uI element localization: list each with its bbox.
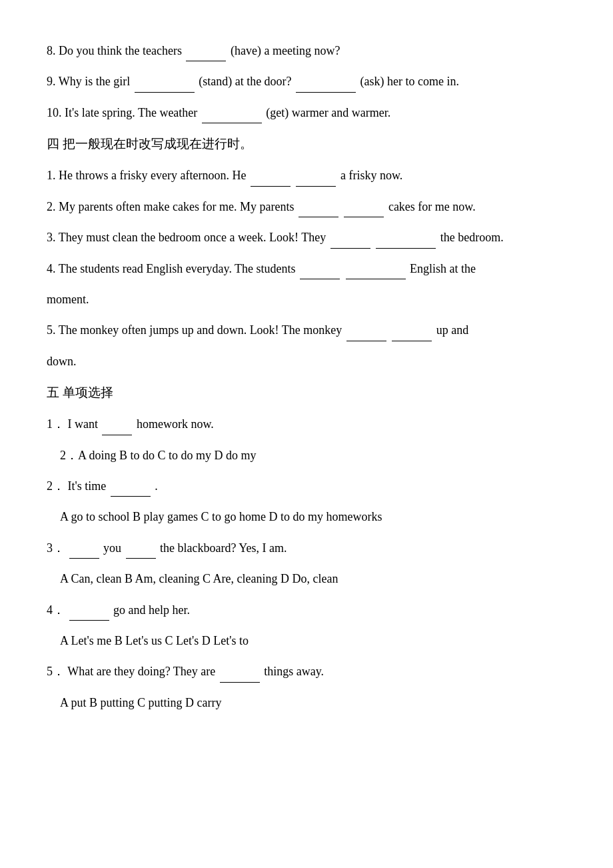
s5q3-blank2[interactable] [126, 558, 156, 559]
s4q4-blank1[interactable] [300, 279, 340, 279]
s4q3-end: the bedroom. [440, 231, 504, 244]
s5q1-opts-text: 2．A doing B to do C to do my D do my [60, 449, 257, 462]
s5q2-text: It's time [68, 479, 107, 493]
s5-question-4: 4． go and help her. [47, 599, 566, 621]
question-8: 8. Do you think the teachers (have) a me… [47, 40, 566, 61]
s5q3-blank1[interactable] [69, 558, 99, 559]
s5q4-num: 4． [47, 603, 65, 617]
s5q3-mid1: you [103, 541, 121, 555]
s5q3-num: 3． [47, 541, 65, 555]
s4q5-mid: up and [436, 323, 469, 337]
s4q2-text: 2. My parents often make cakes for me. M… [47, 200, 294, 213]
s5-question-1-options: 2．A doing B to do C to do my D do my [47, 445, 566, 466]
s5q4-blank[interactable] [69, 620, 109, 621]
q8-text: 8. Do you think the teachers [47, 44, 182, 57]
q9-mid2: (ask) her to come in. [360, 75, 459, 88]
s5q1-text: I want [68, 417, 98, 431]
s4q5-blank2[interactable] [392, 341, 432, 341]
s4q4-line2: moment. [47, 293, 89, 306]
s5q3-end: the blackboard? Yes, I am. [160, 541, 287, 555]
s5q1-blank[interactable] [102, 435, 132, 435]
s4-question-4-cont: moment. [47, 289, 566, 310]
s5-question-3-options: A Can, clean B Am, cleaning C Are, clean… [47, 568, 566, 589]
s4q1-end: a frisky now. [340, 169, 402, 182]
s4q2-blank1[interactable] [299, 217, 338, 217]
s5q1-end: homework now. [137, 417, 214, 431]
s5-question-3: 3． you the blackboard? Yes, I am. [47, 537, 566, 559]
s5q2-end: . [155, 479, 158, 493]
s5-question-4-options: A Let's me B Let's us C Let's D Let's to [47, 630, 566, 651]
s5-question-5-options: A put B putting C putting D carry [47, 692, 566, 713]
s4q4-line1: 4. The students read English everyday. T… [47, 262, 296, 275]
question-10: 10. It's late spring. The weather (get) … [47, 102, 566, 123]
question-9: 9. Why is the girl (stand) at the door? … [47, 71, 566, 92]
s5q5-opts-text: A put B putting C putting D carry [60, 696, 222, 709]
q9-mid1: (stand) at the door? [199, 75, 291, 88]
s5q2-num: 2． [47, 479, 65, 493]
s5q2-blank[interactable] [111, 496, 151, 497]
s4q2-end: cakes for me now. [388, 200, 476, 213]
s5q1-num: 1． [47, 417, 65, 431]
s4q5-blank1[interactable] [346, 341, 386, 341]
q9-text: 9. Why is the girl [47, 75, 130, 88]
s4q3-text: 3. They must clean the bedroom once a we… [47, 231, 326, 244]
s4-question-2: 2. My parents often make cakes for me. M… [47, 196, 566, 217]
section5-header: 五 单项选择 [47, 381, 566, 404]
q10-blank[interactable] [202, 123, 262, 123]
s4-question-5: 5. The monkey often jumps up and down. L… [47, 319, 566, 341]
s5q4-end: go and help her. [113, 603, 190, 617]
s4-question-4: 4. The students read English everyday. T… [47, 258, 566, 279]
s4q5-line1: 5. The monkey often jumps up and down. L… [47, 323, 342, 337]
s4q3-blank1[interactable] [330, 248, 370, 249]
q9-blank2[interactable] [296, 92, 356, 93]
s5q2-opts-text: A go to school B play games C to go home… [60, 510, 382, 523]
s4q2-blank2[interactable] [344, 217, 384, 217]
s5q5-blank[interactable] [220, 682, 260, 683]
s4q4-mid: English at the [410, 262, 476, 275]
s4q3-blank2[interactable] [376, 248, 436, 249]
q8-mid: (have) a meeting now? [231, 44, 340, 57]
s4q5-line2: down. [47, 355, 77, 368]
s4q1-text: 1. He throws a frisky every afternoon. H… [47, 169, 246, 182]
s5-question-1: 1． I want homework now. [47, 413, 566, 435]
s4-question-5-cont: down. [47, 351, 566, 372]
s5-question-5: 5． What are they doing? They are things … [47, 661, 566, 682]
s5q4-opts-text: A Let's me B Let's us C Let's D Let's to [60, 634, 249, 647]
q9-blank1[interactable] [135, 92, 195, 93]
s5q3-opts-text: A Can, clean B Am, cleaning C Are, clean… [60, 572, 338, 585]
s5q5-end: things away. [264, 665, 324, 678]
s4q4-blank2[interactable] [346, 279, 406, 279]
s5-question-2: 2． It's time . [47, 475, 566, 497]
s5-question-2-options: A go to school B play games C to go home… [47, 506, 566, 527]
s4-question-3: 3. They must clean the bedroom once a we… [47, 227, 566, 248]
s5q5-num: 5． [47, 665, 65, 678]
s5q5-text: What are they doing? They are [67, 665, 215, 678]
s4q1-blank2[interactable] [296, 186, 336, 187]
s4-question-1: 1. He throws a frisky every afternoon. H… [47, 165, 566, 186]
q10-mid: (get) warmer and warmer. [266, 106, 390, 119]
s4q1-blank1[interactable] [251, 186, 291, 187]
section4-header: 四 把一般现在时改写成现在进行时。 [47, 133, 566, 155]
q10-text: 10. It's late spring. The weather [47, 106, 197, 119]
worksheet-content: 8. Do you think the teachers (have) a me… [47, 40, 566, 713]
q8-blank[interactable] [186, 61, 226, 61]
